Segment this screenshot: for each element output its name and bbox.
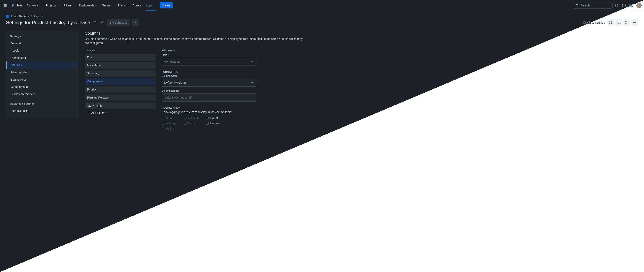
- column-header-label: Column header: [162, 90, 256, 92]
- column-item[interactable]: Summary: [85, 70, 156, 77]
- aggregation-description: Select aggregation results to display in…: [162, 110, 256, 114]
- column-item[interactable]: Story Points: [85, 102, 156, 109]
- refresh-button[interactable]: [607, 19, 614, 26]
- column-item-selected[interactable]: Components: [85, 78, 156, 85]
- column-item[interactable]: Priority: [85, 86, 156, 93]
- avatar[interactable]: [636, 3, 642, 8]
- column-header-input-wrap[interactable]: [162, 94, 256, 102]
- nav-dashboards[interactable]: Dashboards: [77, 3, 99, 8]
- page-title: Settings for Product backlog by release: [6, 20, 90, 25]
- chevron-down-icon: [126, 5, 128, 7]
- plus-icon: [86, 111, 90, 114]
- svg-point-26: [5, 4, 6, 5]
- chevron-down-icon: [251, 81, 254, 84]
- link-icon[interactable]: [100, 20, 105, 25]
- nav-your-work[interactable]: Your work: [24, 3, 43, 8]
- svg-point-24: [636, 22, 636, 23]
- check-unique[interactable]: Unique: [206, 122, 228, 125]
- svg-point-22: [633, 22, 634, 23]
- close-icon: ✕: [583, 21, 586, 24]
- open-external-icon[interactable]: [92, 20, 98, 25]
- formatting-heading: FORMATTING: [162, 71, 256, 73]
- field-label: Field*: [162, 54, 256, 56]
- chevron-down-icon: [39, 5, 41, 7]
- project-icon: [6, 15, 9, 18]
- nav-filters[interactable]: Filters: [62, 3, 76, 8]
- svg-point-29: [5, 5, 6, 6]
- svg-point-33: [6, 6, 7, 7]
- sidebar-item-display-preferences[interactable]: Display preferences: [6, 91, 78, 98]
- search-input[interactable]: [580, 4, 610, 7]
- save-button: Save changes: [107, 19, 130, 26]
- nav-apps[interactable]: Apps: [144, 3, 157, 8]
- column-item[interactable]: Key: [85, 54, 156, 61]
- chevron-down-icon: [251, 60, 254, 63]
- download-button[interactable]: [616, 19, 622, 26]
- svg-point-32: [5, 6, 6, 7]
- search-icon: [575, 4, 579, 8]
- nav-plans[interactable]: Plans: [116, 3, 130, 8]
- chevron-down-icon: [95, 5, 97, 7]
- sidebar-item-formula-fields[interactable]: Formula fields: [6, 107, 78, 114]
- jira-logo[interactable]: Jira: [10, 2, 23, 9]
- section-title: Columns: [85, 31, 638, 36]
- svg-point-28: [4, 5, 5, 6]
- save-dropdown[interactable]: [132, 19, 139, 26]
- check-count[interactable]: Count: [206, 116, 228, 120]
- column-item[interactable]: Issue Type: [85, 62, 156, 69]
- nav-teams[interactable]: Teams: [100, 3, 115, 8]
- svg-point-30: [6, 5, 7, 6]
- sidebar-item-people[interactable]: People: [6, 47, 78, 54]
- app-switcher-icon[interactable]: [2, 2, 9, 9]
- breadcrumb-project[interactable]: Limbr Reports: [11, 15, 29, 18]
- column-width-select[interactable]: Default (Medium): [162, 79, 256, 87]
- column-header-input[interactable]: [164, 96, 254, 99]
- columns-list: Key Issue Type Summary Components Priori…: [85, 54, 156, 109]
- field-select: Components: [162, 58, 256, 66]
- chevron-down-icon: [72, 5, 74, 7]
- create-button[interactable]: Create: [160, 3, 173, 9]
- chevron-down-icon: [153, 5, 155, 7]
- sidebar-item-filtering-rules[interactable]: Filtering rules: [6, 69, 78, 76]
- edit-column-heading: Edit column: [162, 49, 256, 52]
- sidebar-advanced-heading: Advanced Settings: [6, 102, 78, 107]
- top-nav: Jira Your work Projects Filters Dashboar…: [0, 0, 644, 11]
- svg-point-34: [576, 4, 578, 6]
- check-rollup: Rollup: [162, 127, 184, 130]
- notifications-icon[interactable]: [614, 2, 620, 9]
- sidebar-item-columns[interactable]: Columns: [6, 62, 78, 69]
- aggregation-heading: AGGREGATION: [162, 106, 256, 109]
- add-column-button[interactable]: Add column: [85, 109, 156, 116]
- sidebar-item-sorting-rules[interactable]: Sorting rules: [6, 76, 78, 83]
- check-sum: Sum: [162, 116, 184, 120]
- chevron-down-icon: [111, 5, 113, 7]
- sidebar-heading: Settings: [6, 35, 78, 40]
- sidebar-item-data-source[interactable]: Data source: [6, 54, 78, 62]
- svg-point-23: [634, 22, 635, 23]
- breadcrumb: Limbr Reports / Reports: [6, 15, 638, 18]
- settings-sidebar: Settings General People Data source Colu…: [6, 31, 78, 118]
- column-width-label: Column width: [162, 75, 256, 77]
- chevron-down-icon: [57, 5, 59, 7]
- check-maximum: Maximum: [184, 122, 206, 125]
- columns-list-heading: Columns: [85, 49, 156, 52]
- sidebar-item-general[interactable]: General: [6, 40, 78, 47]
- nav-assets[interactable]: Assets: [130, 3, 143, 8]
- breadcrumb-page[interactable]: Reports: [34, 15, 44, 18]
- svg-point-27: [6, 4, 7, 5]
- svg-point-25: [4, 4, 5, 5]
- column-item[interactable]: Planned Release: [85, 94, 156, 101]
- check-average: Average: [162, 122, 184, 125]
- filter-button[interactable]: [624, 19, 630, 26]
- sidebar-item-grouping-rules[interactable]: Grouping rules: [6, 83, 78, 91]
- check-minimum: Minimum: [184, 116, 206, 120]
- nav-projects[interactable]: Projects: [44, 3, 61, 8]
- section-description: Columns determine which fields appear in…: [85, 37, 306, 45]
- more-button[interactable]: [632, 19, 638, 26]
- svg-point-31: [4, 6, 5, 7]
- search-box[interactable]: [573, 2, 612, 9]
